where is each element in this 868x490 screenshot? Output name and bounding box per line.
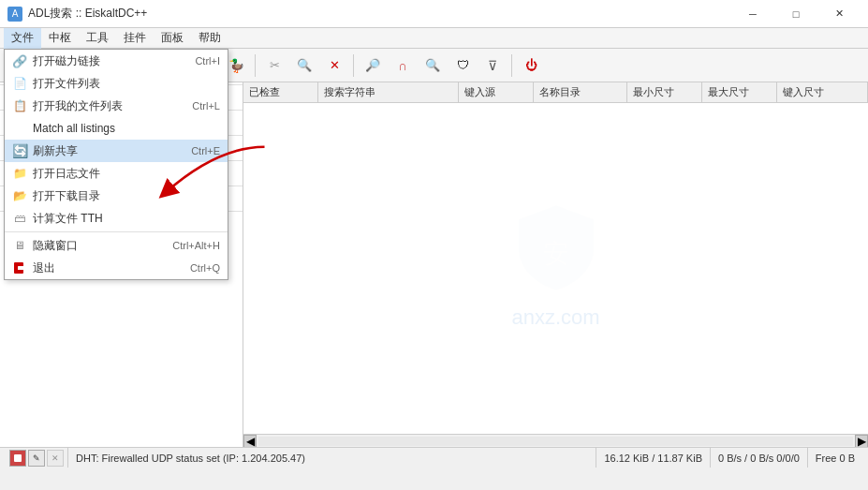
- toolbar-separator-4: [511, 54, 512, 77]
- stop-icon: ✕: [330, 58, 340, 72]
- shield-icon: 🛡: [457, 58, 469, 72]
- delete-icon: ✕: [51, 453, 59, 463]
- search3-button[interactable]: 🔍: [419, 52, 447, 80]
- svg-rect-7: [18, 266, 25, 270]
- toolbar-separator-3: [353, 54, 354, 77]
- search3-icon: 🔍: [425, 58, 440, 72]
- power-button[interactable]: ⏻: [517, 52, 545, 80]
- stop-button[interactable]: ✕: [320, 52, 348, 80]
- dd-calc-tth-left: 🗃 计算文件 TTH: [12, 211, 103, 227]
- search2-button[interactable]: 🔎: [359, 52, 387, 80]
- dd-exit-left: 退出: [12, 260, 55, 276]
- dd-refresh-share-label: 刷新共享: [33, 143, 78, 159]
- horseshoe-button[interactable]: ∩: [389, 52, 417, 80]
- menu-item-file[interactable]: 文件: [4, 28, 41, 49]
- dd-open-magnet[interactable]: 🔗 打开磁力链接 Ctrl+I: [5, 50, 228, 72]
- dd-open-file-list-label: 打开文件列表: [33, 76, 100, 92]
- dd-open-download[interactable]: 📂 打开下载目录: [5, 185, 228, 207]
- dd-open-my-list[interactable]: 📋 打开我的文件列表 Ctrl+L: [5, 95, 228, 117]
- dd-hide-window-left: 🖥 隐藏窗口: [12, 238, 78, 254]
- menu-item-panels[interactable]: 面板: [154, 28, 191, 49]
- status-transfer: 16.12 KiB / 11.87 KiB: [596, 448, 711, 468]
- status-icon-edit[interactable]: ✎: [28, 450, 45, 467]
- col-enter-size: 键入尺寸: [777, 82, 868, 102]
- title-bar-left: A ADL搜索 :: EiskaltDC++: [7, 6, 147, 22]
- funnel-button[interactable]: ⊽: [478, 52, 507, 80]
- window-controls: ─ □ ✕: [731, 0, 861, 28]
- col-checked: 已检查: [243, 82, 318, 102]
- dd-hide-window-shortcut: Ctrl+Alt+H: [172, 240, 220, 251]
- menu-item-tools[interactable]: 工具: [79, 28, 116, 49]
- window-title: ADL搜索 :: EiskaltDC++: [28, 6, 147, 22]
- watermark: 安 anxz.com: [509, 200, 603, 329]
- calc-icon: 🗃: [12, 211, 27, 226]
- dd-refresh-share[interactable]: 🔄 刷新共享 Ctrl+E: [5, 140, 228, 162]
- log-icon: 📁: [12, 166, 27, 181]
- maximize-button[interactable]: □: [774, 0, 817, 28]
- minimize-button[interactable]: ─: [731, 0, 774, 28]
- power-icon: ⏻: [525, 58, 537, 72]
- status-icon-delete[interactable]: ✕: [47, 450, 64, 467]
- hide-icon: 🖥: [12, 238, 27, 253]
- close-button[interactable]: ✕: [817, 0, 861, 28]
- search-icon: 🔍: [297, 58, 312, 72]
- funnel-icon: ⊽: [488, 58, 497, 73]
- toolbar-separator-2: [255, 54, 256, 77]
- dd-open-my-list-shortcut: Ctrl+L: [192, 100, 220, 111]
- dd-exit[interactable]: 退出 Ctrl+Q: [5, 257, 228, 279]
- h-scrollbar-container: ◀ ▶: [243, 434, 868, 447]
- edit-icon: ✎: [33, 453, 40, 463]
- dd-refresh-share-left: 🔄 刷新共享: [12, 143, 78, 159]
- dd-open-magnet-left: 🔗 打开磁力链接: [12, 53, 100, 69]
- dd-calc-tth[interactable]: 🗃 计算文件 TTH: [5, 207, 228, 230]
- dd-open-log-label: 打开日志文件: [33, 166, 100, 182]
- cut-icon: ✂: [270, 58, 280, 72]
- status-free: Free 0 B: [808, 448, 862, 468]
- dd-open-download-left: 📂 打开下载目录: [12, 188, 100, 204]
- shield-button[interactable]: 🛡: [449, 52, 477, 80]
- dd-open-magnet-shortcut: Ctrl+I: [195, 55, 220, 67]
- dd-open-download-label: 打开下载目录: [33, 188, 100, 204]
- col-source: 键入源: [459, 82, 534, 102]
- svg-rect-5: [14, 454, 22, 462]
- dd-open-my-list-label: 打开我的文件列表: [33, 98, 123, 114]
- menu-item-help[interactable]: 帮助: [191, 28, 228, 49]
- file-dropdown-menu: 🔗 打开磁力链接 Ctrl+I 📄 打开文件列表 📋 打开我的文件列表 Ctrl…: [4, 49, 228, 280]
- dd-refresh-share-shortcut: Ctrl+E: [191, 145, 220, 156]
- dd-open-file-list-left: 📄 打开文件列表: [12, 76, 100, 92]
- watermark-shield-icon: 安: [509, 200, 603, 314]
- dd-separator-1: [5, 231, 228, 232]
- dd-hide-window-label: 隐藏窗口: [33, 238, 78, 254]
- dd-open-file-list[interactable]: 📄 打开文件列表: [5, 72, 228, 95]
- watermark-text: anxz.com: [509, 304, 603, 329]
- dd-exit-shortcut: Ctrl+Q: [190, 262, 220, 274]
- content-area: 已检查 搜索字符串 键入源 名称目录 最小尺寸 最大尺寸 键入尺寸 安 anxz…: [243, 82, 868, 447]
- status-icon-red[interactable]: [9, 450, 26, 467]
- dd-open-log[interactable]: 📁 打开日志文件: [5, 162, 228, 185]
- dd-hide-window[interactable]: 🖥 隐藏窗口 Ctrl+Alt+H: [5, 234, 228, 257]
- my-list-icon: 📋: [12, 98, 27, 113]
- menu-item-hub[interactable]: 中枢: [41, 28, 79, 49]
- status-action-icons: ✎ ✕: [6, 448, 68, 468]
- refresh-icon: 🔄: [12, 143, 27, 158]
- magnet-icon: 🔗: [12, 53, 27, 68]
- col-name-dir: 名称目录: [534, 82, 627, 102]
- dd-exit-label: 退出: [33, 260, 55, 276]
- dd-match-all-left: Match all listings: [12, 121, 115, 136]
- horseshoe-icon: ∩: [398, 58, 407, 73]
- title-bar: A ADL搜索 :: EiskaltDC++ ─ □ ✕: [0, 0, 868, 28]
- h-scrollbar[interactable]: ◀ ▶: [243, 434, 868, 447]
- search-button[interactable]: 🔍: [290, 52, 318, 80]
- scroll-left-btn[interactable]: ◀: [243, 435, 257, 448]
- dd-open-log-left: 📁 打开日志文件: [12, 166, 100, 182]
- scroll-track: [258, 437, 853, 446]
- cut-button[interactable]: ✂: [260, 52, 288, 80]
- status-bar: ✎ ✕ DHT: Firewalled UDP status set (IP: …: [0, 447, 868, 468]
- menu-item-plugins[interactable]: 挂件: [116, 28, 154, 49]
- scroll-right-btn[interactable]: ▶: [855, 435, 868, 448]
- exit-icon: [12, 260, 27, 275]
- dd-match-all[interactable]: Match all listings: [5, 117, 228, 140]
- match-all-icon: [12, 121, 27, 136]
- duck-icon: 🦆: [228, 58, 244, 73]
- content-header: 已检查 搜索字符串 键入源 名称目录 最小尺寸 最大尺寸 键入尺寸: [243, 82, 868, 103]
